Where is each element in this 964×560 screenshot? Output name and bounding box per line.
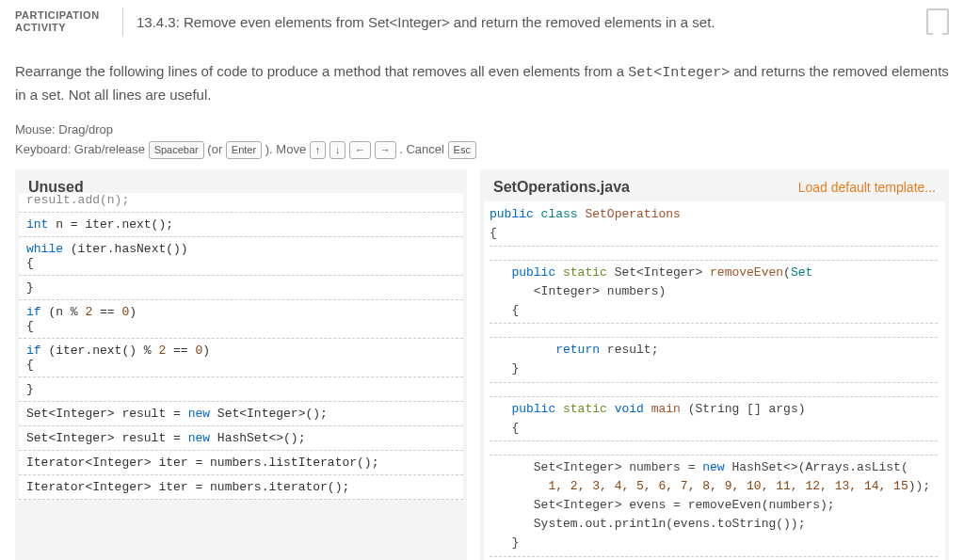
spacebar-key: Spacebar: [149, 141, 204, 160]
up-key: ↑: [310, 141, 327, 160]
activity-title: 13.4.3: Remove even elements from Set<In…: [137, 14, 715, 30]
code-block[interactable]: int n = iter.next();: [19, 213, 463, 237]
code-block[interactable]: Set<Integer> result = new Set<Integer>()…: [19, 402, 463, 426]
hint-mouse: Mouse: Drag/drop: [15, 120, 949, 140]
code-block[interactable]: }: [19, 377, 463, 402]
label-line2: ACTIVITY: [15, 22, 66, 33]
code-block[interactable]: Set<Integer> result = new HashSet<>();: [19, 426, 463, 451]
bookmark-icon[interactable]: [926, 8, 949, 35]
left-key: ←: [349, 141, 371, 160]
code-editor[interactable]: public class SetOperations { public stat…: [484, 201, 945, 560]
code-block[interactable]: result.add(n);: [19, 193, 463, 213]
right-key: →: [375, 141, 396, 160]
instr-code: Set<Integer>: [628, 65, 730, 81]
drop-zone[interactable]: [490, 382, 938, 397]
hint-keyboard: Keyboard: Grab/release Spacebar (or Ente…: [15, 140, 949, 160]
down-key: ↓: [329, 141, 346, 160]
label-line1: PARTICIPATION: [15, 9, 100, 21]
activity-label: PARTICIPATION ACTIVITY: [15, 9, 109, 34]
activity-header: PARTICIPATION ACTIVITY 13.4.3: Remove ev…: [0, 0, 964, 44]
code-block[interactable]: }: [19, 276, 463, 300]
drop-zone[interactable]: [490, 440, 938, 456]
code-block[interactable]: Iterator<Integer> iter = numbers.listIte…: [19, 451, 463, 475]
hints: Mouse: Drag/drop Keyboard: Grab/release …: [15, 120, 949, 160]
code-block[interactable]: if (n % 2 == 0) {: [19, 300, 463, 339]
unused-panel: Unused result.add(n); int n = iter.next(…: [15, 169, 467, 560]
code-panel: SetOperations.java Load default template…: [480, 169, 949, 560]
drop-zone[interactable]: [490, 246, 938, 261]
divider: [122, 8, 123, 36]
code-block[interactable]: if (iter.next() % 2 == 0) {: [19, 339, 463, 377]
instr-pre: Rearrange the following lines of code to…: [15, 63, 628, 79]
load-default-link[interactable]: Load default template...: [798, 180, 936, 195]
code-title: SetOperations.java: [493, 179, 630, 196]
drop-zone[interactable]: [490, 323, 938, 338]
instructions: Rearrange the following lines of code to…: [15, 61, 949, 105]
code-block[interactable]: while (iter.hasNext()) {: [19, 237, 463, 276]
drop-zone[interactable]: [490, 556, 938, 560]
enter-key: Enter: [226, 141, 262, 160]
unused-list: result.add(n); int n = iter.next(); whil…: [19, 193, 463, 500]
esc-key: Esc: [448, 141, 476, 160]
code-block[interactable]: Iterator<Integer> iter = numbers.iterato…: [19, 475, 463, 500]
